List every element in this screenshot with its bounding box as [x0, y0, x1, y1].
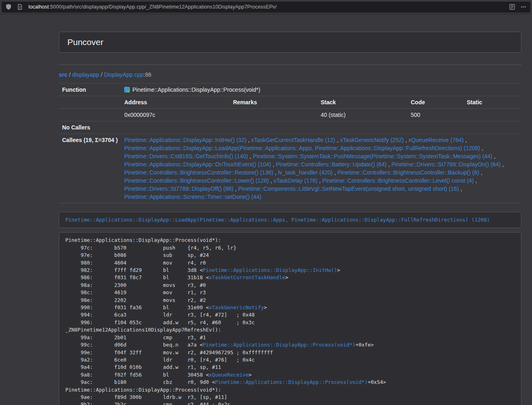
function-row: Function Pinetime::Applications::Display…: [59, 84, 521, 96]
callee-separator: ,: [501, 161, 504, 168]
callee-separator: ,: [248, 153, 253, 159]
page-info-icon[interactable]: [15, 2, 24, 11]
callee-link[interactable]: lv_task_handler (420): [278, 169, 333, 176]
callee-separator: ,: [479, 169, 482, 176]
stack-value: 40 (static): [317, 109, 407, 121]
callee-link[interactable]: Pinetime::Components::LittleVgl::SetNewT…: [238, 185, 459, 192]
breadcrumb-link[interactable]: DisplayApp.cpp: [104, 71, 143, 78]
function-name: Pinetime::Applications::DisplayApp::Proc…: [132, 86, 260, 93]
url-bar[interactable]: localhost:5000/path/src/displayapp/Displ…: [2, 2, 530, 13]
callee-separator: ,: [459, 185, 462, 192]
callee-link[interactable]: xTaskGenericNotify (252): [340, 137, 404, 143]
function-table: Function Pinetime::Applications::Display…: [59, 83, 521, 203]
callee-separator: ,: [317, 177, 322, 184]
callee-separator: ,: [474, 177, 477, 184]
breadcrumb-link[interactable]: displayapp: [72, 71, 99, 78]
column-address: Address: [121, 96, 230, 109]
asm-text: >: [337, 267, 340, 273]
asm-text: Pinetime::Applications::DisplayApp::Proc…: [65, 237, 221, 243]
asm-text: 9a2: 6ce0 ldr r0, [r4, #76] ; 0x4c: [65, 357, 255, 363]
callee-link[interactable]: vTaskDelay (176): [274, 177, 317, 184]
code-value: 500: [407, 109, 463, 121]
callee-link[interactable]: Pinetime::System::SystemTask::PushMessag…: [253, 153, 493, 159]
callee-link[interactable]: Pinetime::Applications::DisplayApp::Load…: [124, 145, 480, 151]
callee-separator: ,: [271, 161, 276, 168]
column-static: Static: [463, 96, 521, 109]
asm-text: >: [249, 372, 252, 378]
page-title: Puncover: [67, 37, 103, 47]
column-stack: Stack: [317, 96, 407, 109]
highlighted-symbol-link[interactable]: Pinetime::Applications::DisplayApp::Load…: [65, 217, 490, 223]
symbol-link[interactable]: xQueueReceive: [209, 372, 249, 378]
symbol-link[interactable]: xTaskGetCurrentTaskHandle: [209, 274, 285, 280]
tracking-protection-shield-icon[interactable]: [4, 2, 13, 11]
header-divider: [59, 65, 521, 65]
callees-list: Pinetime::Applications::DisplayApp::Init…: [121, 134, 521, 203]
breadcrumb-line-number: :86: [144, 71, 151, 78]
asm-text: >: [264, 304, 267, 310]
disassembly-block: Pinetime::Applications::DisplayApp::Proc…: [59, 232, 521, 405]
callee-separator: ,: [387, 161, 392, 168]
asm-text: 99e: f04f 32ff mov.w r2, #4294967295 ; 0…: [65, 349, 273, 355]
url-domain: localhost: [28, 4, 49, 10]
asm-text: 980: 4604 mov r4, r0: [65, 260, 206, 266]
breadcrumb: src / displayapp / DisplayApp.cpp:86: [59, 71, 521, 78]
browser-toolbar: localhost:5000/path/src/displayapp/Displ…: [0, 0, 532, 14]
callee-separator: ,: [492, 153, 495, 159]
callee-link[interactable]: Pinetime::Applications::Screens::Timer::…: [124, 194, 261, 200]
callee-link[interactable]: Pinetime::Controllers::BrightnessControl…: [124, 169, 273, 176]
callee-link[interactable]: Pinetime::Applications::DisplayApp::Init…: [124, 137, 246, 143]
asm-text: 99a: 2b01 cmp r3, #1: [65, 334, 206, 340]
asm-text: +0xfe>: [355, 342, 374, 348]
callees-row: Callees (19, Σ=3704 ) Pinetime::Applicat…: [59, 134, 521, 203]
reader-mode-icon[interactable]: [508, 2, 517, 11]
asm-text: 97e: b086 sub sp, #24: [65, 252, 209, 258]
callees-label: Callees (19, Σ=3704 ): [59, 134, 121, 203]
asm-text: 994: 6ca3 ldr r3, [r4, #72] ; 0x48: [65, 312, 255, 318]
callee-link[interactable]: Pinetime::Controllers::BrightnessControl…: [337, 169, 479, 176]
symbol-link[interactable]: xTaskGenericNotify: [209, 304, 264, 310]
callee-link[interactable]: Pinetime::Controllers::BrightnessControl…: [124, 177, 269, 184]
callee-separator: ,: [246, 137, 251, 143]
breadcrumb-link[interactable]: src: [59, 71, 67, 78]
callee-link[interactable]: Pinetime::Drivers::Cst816S::GetTouchInfo…: [124, 153, 248, 159]
stats-row: 0x0000097c 40 (static) 500: [59, 109, 521, 121]
no-callers-label: No Callers: [59, 121, 121, 134]
address-value: 0x0000097c: [121, 109, 230, 121]
asm-text: 97c: b570 push {r4, r5, r6, lr}: [65, 245, 236, 251]
callee-link[interactable]: Pinetime::Drivers::St7789::DisplayOn() (…: [392, 161, 501, 168]
callee-link[interactable]: xTaskGetCurrentTaskHandle (12): [251, 137, 335, 143]
callee-link[interactable]: Pinetime::Controllers::BrightnessControl…: [322, 177, 474, 184]
asm-text: +0x54>: [368, 379, 386, 385]
asm-text: 98a: 2300 movs r3, #0: [65, 282, 206, 288]
asm-text: 982: f7ff fd29 bl 3d8 <: [65, 267, 203, 273]
asm-text: 990: f031 fa36 bl 31e00 <: [65, 304, 209, 310]
symbol-link[interactable]: Pinetime::Applications::DisplayApp::Proc…: [215, 379, 368, 385]
stats-header-row: Address Remarks Stack Code Static: [59, 96, 521, 109]
function-icon: [124, 87, 130, 93]
symbol-link[interactable]: Pinetime::Applications::DisplayApp::Init…: [203, 267, 337, 273]
no-callers-row: No Callers: [59, 121, 521, 134]
callee-separator: ,: [480, 145, 483, 151]
asm-text: Pinetime::Applications::DisplayApp::Proc…: [65, 387, 221, 393]
app-header-panel: Puncover: [59, 32, 521, 53]
callee-link[interactable]: Pinetime::Applications::DisplayApp::OnTo…: [124, 161, 271, 168]
page-content: Puncover src / displayapp / DisplayApp.c…: [59, 32, 521, 405]
column-remarks: Remarks: [230, 96, 317, 109]
callee-separator: ,: [333, 169, 338, 176]
asm-text: 986: f031 f8c7 bl 31b18 <: [65, 274, 209, 280]
asm-text: 996: f104 053c add.w r5, r4, #60 ; 0x3c: [65, 319, 255, 325]
symbol-link[interactable]: Pinetime::Applications::DisplayApp::Proc…: [203, 342, 355, 348]
asm-text: 9b2: 2b2c cmp r3, #44 ; 0x2c: [65, 401, 230, 405]
asm-text: 99c: d06d beq.n a7a <: [65, 342, 203, 348]
callee-separator: ,: [404, 137, 409, 143]
callee-link[interactable]: Pinetime::Controllers::Battery::Update()…: [276, 161, 387, 168]
callee-link[interactable]: Pinetime::Drivers::St7789::DisplayOff() …: [124, 185, 233, 192]
url-text: localhost:5000/path/src/displayapp/Displ…: [28, 4, 505, 10]
url-path: :5000/path/src/displayapp/DisplayApp.cpp…: [49, 4, 277, 10]
callee-separator: ,: [464, 137, 467, 143]
callee-link[interactable]: xQueueReceive (764): [409, 137, 464, 143]
page-actions-menu-icon[interactable]: [519, 2, 528, 11]
asm-text: 9ac: b180 cbz r0, 9d0 <: [65, 379, 215, 385]
asm-text: 98c: 4619 mov r1, r3: [65, 289, 206, 295]
